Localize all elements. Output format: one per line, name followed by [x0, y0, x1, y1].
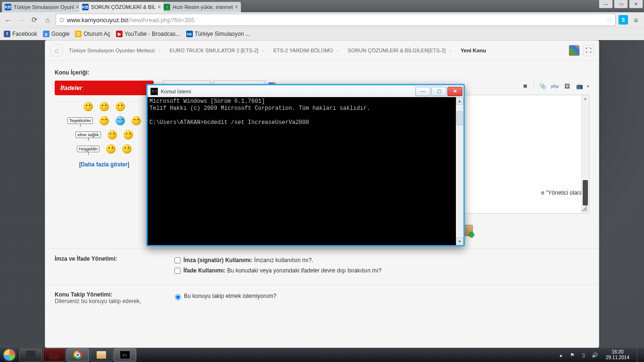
smileys-more-link[interactable]: [Daha fazla göster] [55, 161, 154, 168]
bookmark-kb[interactable]: KBTürkiye Simulasyon ... [186, 31, 250, 37]
smileys-header: İfadeler [55, 81, 154, 95]
window-close-button[interactable]: ✕ [629, 0, 643, 8]
smiley-icon[interactable] [124, 130, 133, 140]
nav-back-button[interactable]: ← [3, 15, 13, 25]
smileys-grid: Teşekkürler eline sağlık Hoşgeldin [55, 102, 154, 154]
breadcrumb-current: Yeni Konu [457, 46, 494, 55]
cmd-title-text: Komut İstemi [161, 89, 191, 94]
tab-favicon: KB [5, 4, 11, 10]
tab-close-icon[interactable]: × [157, 4, 161, 10]
image-icon[interactable]: 🖼 [562, 82, 572, 91]
section-content-label: Konu İçeriği: [55, 69, 589, 76]
cmd-max-button[interactable]: ▢ [431, 87, 446, 96]
breadcrumb-item[interactable]: SORUN ÇÖZÜMLERİ & BİLGİLER[ETS-2] [344, 46, 455, 55]
cmd-scrollbar[interactable]: ▲ ▼ [456, 97, 463, 245]
nav-home-button[interactable]: ⌂ [42, 15, 53, 25]
tray-show-hidden-icon[interactable]: ▴ [558, 352, 564, 358]
window-max-button[interactable]: ▭ [614, 0, 628, 8]
browser-tabstrip: KB Türkiye Simulasyon Oyunl × KB SORUN Ç… [0, 0, 644, 12]
follow-none-radio[interactable] [175, 294, 181, 300]
bookmark-youtube[interactable]: ▶YouTube - Broadcas... [116, 31, 181, 37]
disable-smileys-checkbox[interactable] [174, 268, 181, 274]
smiley-sign[interactable]: Teşekkürler [67, 117, 93, 124]
smiley-icon[interactable] [106, 144, 116, 154]
tab-title: Türkiye Simulasyon Oyunl [14, 4, 74, 10]
scroll-up-icon[interactable]: ▲ [583, 96, 587, 101]
chrome-menu-button[interactable]: ≡ [631, 15, 641, 25]
bookmark-facebook[interactable]: fFacebook [4, 31, 37, 37]
tab-title: Hızlı Resim yükle, internet [173, 4, 233, 10]
taskbar-cmd[interactable]: C:\ [114, 348, 136, 362]
fullscreen-icon[interactable]: ⛶ [583, 45, 594, 56]
window-min-button[interactable]: ― [599, 0, 613, 8]
theme-switch-icon[interactable] [569, 45, 580, 56]
taskbar-explorer[interactable] [90, 348, 113, 362]
nav-forward-button[interactable]: → [16, 15, 26, 25]
url-input[interactable]: 🗋 www.kamyoncuyuz.biz/newthread.php?fid=… [56, 14, 616, 26]
php-icon[interactable]: php [550, 82, 560, 91]
page-icon: 🗋 [59, 16, 65, 24]
start-button[interactable] [0, 348, 19, 362]
tab-favicon: KB [82, 4, 89, 10]
tray-flag-icon[interactable]: ⚑ [569, 352, 576, 358]
bookmark-star-icon[interactable]: ☆ [606, 16, 612, 24]
windows-orb-icon [4, 349, 15, 361]
scroll-up-icon[interactable]: ▲ [456, 97, 463, 105]
breadcrumb-home-icon[interactable]: ⌂ [50, 44, 63, 57]
cmd-output[interactable]: Microsoft Windows [Sürüm 6.1.7601] Telif… [148, 97, 463, 245]
nav-reload-button[interactable]: ⟳ [29, 15, 40, 25]
tab-favicon: ↑ [164, 4, 170, 10]
scroll-thumb[interactable] [456, 111, 463, 125]
tray-volume-icon[interactable]: 🔊 [592, 352, 598, 358]
bookmark-login[interactable]: ☰Oturum Aç [75, 31, 110, 37]
smiley-icon[interactable] [107, 130, 117, 140]
tab-title: SORUN ÇÖZÜMLERİ & BİL [91, 4, 156, 10]
taskbar-app[interactable] [19, 348, 42, 362]
smiley-icon[interactable] [99, 116, 109, 125]
skype-ext-icon[interactable]: S [619, 15, 628, 25]
cmd-icon: C:\ [150, 88, 158, 95]
breadcrumb-item[interactable]: ETS-2 YARDIM BÖLÜMÜ [270, 46, 342, 55]
breadcrumb: ⌂ Türkiye Simulasyon Oyunları Merkezi EU… [45, 41, 599, 61]
smiley-icon[interactable] [116, 102, 125, 111]
cmd-titlebar[interactable]: C:\ Komut İstemi ― ▢ ✕ [148, 85, 463, 97]
editor-visible-text: e "Yönetici olarak [541, 189, 585, 196]
cmd-window[interactable]: C:\ Komut İstemi ― ▢ ✕ Microsoft Windows… [146, 84, 465, 247]
tray-clock[interactable]: 16:20 29.11.2014 [603, 348, 632, 362]
bookmark-google[interactable]: gGoogle [43, 31, 70, 37]
breadcrumb-item[interactable]: EURO TRUCK SIMULATOR 2 [ETS-2] [166, 46, 268, 55]
follow-section-label: Konu Takip Yönetimi: Dilerseniz bu konuy… [55, 291, 158, 304]
browser-tab-1[interactable]: KB SORUN ÇÖZÜMLERİ & BİL × [79, 2, 164, 12]
smiley-icon[interactable] [83, 102, 93, 111]
taskbar: C:\ ▴ ⚑ ▯ 🔊 16:20 29.11.2014 [0, 348, 644, 362]
smiley-icon[interactable] [132, 116, 141, 125]
cmd-min-button[interactable]: ― [415, 87, 430, 96]
tab-close-icon[interactable]: × [76, 4, 79, 10]
signature-section-label: İmza ve İfade Yönetimi: [55, 255, 158, 276]
scroll-down-icon[interactable]: ▼ [456, 238, 463, 245]
browser-tab-0[interactable]: KB Türkiye Simulasyon Oyunl × [2, 2, 82, 12]
smiley-icon[interactable] [99, 102, 109, 111]
breadcrumb-item[interactable]: Türkiye Simulasyon Oyunları Merkezi [65, 46, 164, 55]
browser-tab-2[interactable]: ↑ Hızlı Resim yükle, internet × [161, 2, 241, 12]
cmd-close-button[interactable]: ✕ [447, 87, 462, 96]
resize-handle-icon[interactable] [581, 206, 587, 211]
url-host: www.kamyoncuyuz.biz [67, 16, 129, 24]
taskbar-chrome[interactable] [66, 348, 89, 362]
smiley-icon[interactable] [116, 116, 125, 125]
attachment-icon[interactable]: 📎 [538, 82, 547, 91]
use-signature-checkbox[interactable] [174, 257, 181, 263]
smiley-icon[interactable] [122, 144, 132, 154]
tray-network-icon[interactable]: ▯ [580, 352, 587, 358]
video-icon[interactable]: 📺 [575, 82, 584, 91]
show-desktop-button[interactable] [637, 348, 641, 362]
editor-scrollbar[interactable]: ▲ ▼ [581, 95, 589, 213]
url-path: /newthread.php?fid=355 [129, 16, 195, 24]
smiley-sign[interactable]: Hoşgeldin [77, 146, 99, 152]
tab-close-icon[interactable]: × [235, 4, 238, 10]
smiley-sign[interactable]: eline sağlık [75, 132, 100, 138]
bookmarks-bar: fFacebook gGoogle ☰Oturum Aç ▶YouTube - … [0, 27, 644, 40]
remove-format-icon[interactable]: ✖ [520, 82, 530, 91]
scroll-thumb[interactable] [583, 180, 588, 206]
taskbar-app[interactable] [43, 348, 66, 362]
